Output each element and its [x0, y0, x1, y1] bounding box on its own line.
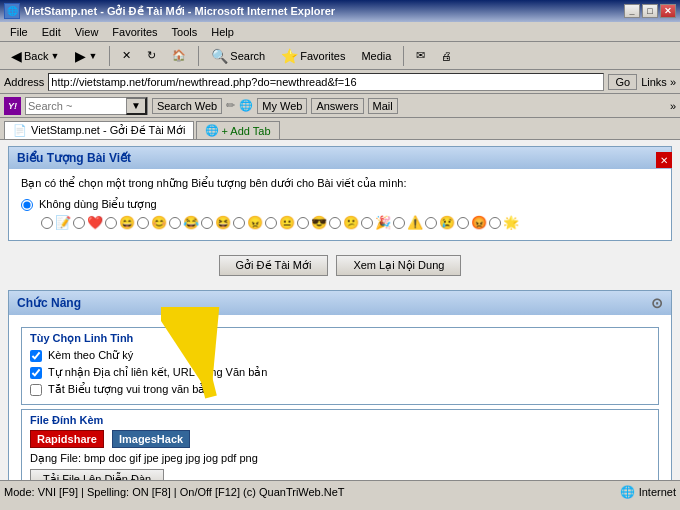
emoji-radio-8[interactable] — [265, 217, 277, 229]
checkbox-row-2: Tự nhận Địa chỉ liên kết, URL trong Văn … — [30, 366, 650, 379]
emoji-radio-9[interactable] — [297, 217, 309, 229]
no-icon-radio[interactable] — [21, 199, 33, 211]
emoji-radio-12[interactable] — [393, 217, 405, 229]
mail-button[interactable]: Mail — [368, 98, 398, 114]
emoji-radio-3[interactable] — [105, 217, 117, 229]
emoji-radio-13[interactable] — [425, 217, 437, 229]
emoji-radio-11[interactable] — [361, 217, 373, 229]
bieu-tuong-content: Bạn có thể chọn một trong những Biểu tượ… — [9, 169, 671, 240]
window-controls: _ □ ✕ — [624, 4, 676, 18]
stop-button[interactable]: ✕ — [115, 46, 138, 65]
close-button[interactable]: ✕ — [660, 4, 676, 18]
add-tab-button[interactable]: 🌐 + Add Tab — [196, 121, 279, 139]
file-dinh-kem-box: File Đính Kèm Rapidshare ImagesHack Dạng… — [21, 409, 659, 480]
back-button[interactable]: ◀ Back ▼ — [4, 45, 66, 67]
menu-file[interactable]: File — [4, 24, 34, 40]
my-web-button[interactable]: My Web — [257, 98, 307, 114]
collapse-icon[interactable]: ⊙ — [651, 295, 663, 311]
status-right: 🌐 Internet — [620, 485, 676, 499]
menu-help[interactable]: Help — [205, 24, 240, 40]
checkbox-row-1: Kèm theo Chữ ký — [30, 349, 650, 362]
upload-button[interactable]: Tải File Lên Diễn Đàn — [30, 469, 164, 480]
chuc-nang-section: Chức Năng ⊙ Tùy Chọn Linh Tinh — [8, 290, 672, 480]
emoji-row-1: 📝 ❤️ 😄 😊 😂 😆 😠 — [41, 215, 263, 230]
app-icon: 🌐 — [4, 3, 20, 19]
yahoo-toolbar: Y! ▼ Search Web ✏ 🌐 My Web Answers Mail … — [0, 94, 680, 118]
close-content-button[interactable]: ✕ — [656, 152, 672, 168]
maximize-button[interactable]: □ — [642, 4, 658, 18]
bieu-tuong-header: Biểu Tượng Bài Viết — [9, 147, 671, 169]
arrow-container: Tùy Chọn Linh Tinh Kèm theo Chữ ký Tự nh… — [21, 327, 659, 480]
address-input[interactable] — [48, 73, 604, 91]
checkbox-signature[interactable] — [30, 350, 42, 362]
upload-services: Rapidshare ImagesHack — [30, 430, 650, 448]
bieu-tuong-description: Bạn có thể chọn một trong những Biểu tượ… — [21, 177, 659, 190]
yahoo-logo: Y! — [4, 97, 21, 115]
bieu-tuong-title: Biểu Tượng Bài Viết — [17, 151, 131, 165]
browser-toolbar: ◀ Back ▼ ▶ ▼ ✕ ↻ 🏠 🔍 Search ⭐ Favorites … — [0, 42, 680, 70]
checkbox-url[interactable] — [30, 367, 42, 379]
search-icon: 🔍 — [211, 48, 228, 64]
window-title: VietStamp.net - Gởi Đề Tài Mới - Microso… — [24, 5, 335, 18]
title-bar: 🌐 VietStamp.net - Gởi Đề Tài Mới - Micro… — [0, 0, 680, 22]
search-toolbar-button[interactable]: 🔍 Search — [204, 45, 272, 67]
no-icon-row: Không dùng Biểu tượng — [21, 198, 659, 211]
menu-view[interactable]: View — [69, 24, 105, 40]
yahoo-toolbar-expand[interactable]: » — [670, 100, 676, 112]
toolbar-separator — [109, 46, 110, 66]
tab-favicon: 📄 — [13, 124, 27, 137]
tuy-chon-box: Tùy Chọn Linh Tinh Kèm theo Chữ ký Tự nh… — [21, 327, 659, 405]
emoji-radio-7[interactable] — [233, 217, 245, 229]
address-label: Address — [4, 76, 44, 88]
menu-favorites[interactable]: Favorites — [106, 24, 163, 40]
menu-tools[interactable]: Tools — [166, 24, 204, 40]
links-button[interactable]: Links » — [641, 76, 676, 88]
submit-button[interactable]: Gởi Đề Tài Mới — [219, 255, 329, 276]
emoji-radio-6[interactable] — [201, 217, 213, 229]
emoji-radio-4[interactable] — [137, 217, 149, 229]
yahoo-search-button[interactable]: ▼ — [126, 97, 147, 115]
home-button[interactable]: 🏠 — [165, 46, 193, 65]
forward-button[interactable]: ▶ ▼ — [68, 45, 104, 67]
action-buttons-row: Gởi Đề Tài Mới Xem Lại Nội Dung — [8, 247, 672, 284]
main-tab[interactable]: 📄 VietStamp.net - Gởi Đề Tài Mới — [4, 121, 194, 139]
emoji-radio-14[interactable] — [457, 217, 469, 229]
emoji-grid: 📝 ❤️ 😄 😊 😂 😆 😠 😐 😎 😕 🎉 ⚠️ 😢 — [41, 215, 659, 232]
bieu-tuong-section: Biểu Tượng Bài Viết Bạn có thể chọn một … — [8, 146, 672, 241]
file-types: Dạng File: bmp doc gif jpe jpeg jpg jog … — [30, 452, 650, 465]
rapidshare-button[interactable]: Rapidshare — [30, 430, 104, 448]
forward-icon: ▶ — [75, 48, 86, 64]
print-toolbar-button[interactable]: 🖨 — [434, 47, 459, 65]
search-web-button[interactable]: Search Web — [152, 98, 222, 114]
go-button[interactable]: Go — [608, 74, 637, 90]
checkbox-emoji-off[interactable] — [30, 384, 42, 396]
file-dinh-kem-title: File Đính Kèm — [30, 414, 650, 426]
status-zone: Internet — [639, 486, 676, 498]
internet-icon: 🌐 — [620, 485, 635, 499]
tab-bar: 📄 VietStamp.net - Gởi Đề Tài Mới 🌐 + Add… — [0, 118, 680, 140]
toolbar-separator-2 — [198, 46, 199, 66]
favorites-toolbar-button[interactable]: ⭐ Favorites — [274, 45, 352, 67]
mail-toolbar-button[interactable]: ✉ — [409, 46, 432, 65]
emoji-radio-5[interactable] — [169, 217, 181, 229]
refresh-button[interactable]: ↻ — [140, 46, 163, 65]
checkbox-signature-label: Kèm theo Chữ ký — [48, 349, 133, 362]
media-toolbar-button[interactable]: Media — [354, 47, 398, 65]
imageshack-button[interactable]: ImagesHack — [112, 430, 190, 448]
emoji-radio-15[interactable] — [489, 217, 501, 229]
toolbar-separator-3 — [403, 46, 404, 66]
toolbar-edit-icon: ✏ — [226, 99, 235, 112]
back-icon: ◀ — [11, 48, 22, 64]
yahoo-logo-text: Y! — [8, 101, 17, 111]
preview-button[interactable]: Xem Lại Nội Dung — [336, 255, 461, 276]
content-area: Biểu Tượng Bài Viết Bạn có thể chọn một … — [0, 140, 680, 480]
menu-edit[interactable]: Edit — [36, 24, 67, 40]
yahoo-search-input[interactable] — [26, 98, 126, 114]
emoji-row-2: 😐 😎 😕 🎉 ⚠️ 😢 😡 🌟 — [265, 215, 519, 230]
minimize-button[interactable]: _ — [624, 4, 640, 18]
emoji-radio-2[interactable] — [73, 217, 85, 229]
emoji-radio-10[interactable] — [329, 217, 341, 229]
chuc-nang-content: Tùy Chọn Linh Tinh Kèm theo Chữ ký Tự nh… — [9, 315, 671, 480]
answers-button[interactable]: Answers — [311, 98, 363, 114]
emoji-radio-1[interactable] — [41, 217, 53, 229]
